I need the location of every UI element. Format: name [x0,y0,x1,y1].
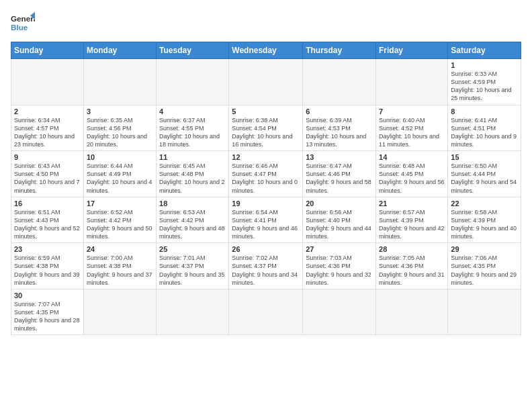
day-number: 14 [379,153,445,161]
calendar-cell: 5Sunrise: 6:38 AM Sunset: 4:54 PM Daylig… [229,105,303,151]
day-info: Sunrise: 7:02 AM Sunset: 4:37 PM Dayligh… [232,254,300,287]
weekday-header-tuesday: Tuesday [157,42,229,59]
day-number: 16 [14,199,81,208]
day-info: Sunrise: 6:57 AM Sunset: 4:39 PM Dayligh… [379,208,445,241]
day-info: Sunrise: 6:52 AM Sunset: 4:42 PM Dayligh… [87,208,153,241]
weekday-header-wednesday: Wednesday [229,42,303,59]
calendar-cell [11,59,84,105]
calendar-cell [448,289,521,335]
calendar-cell: 25Sunrise: 7:01 AM Sunset: 4:37 PM Dayli… [157,243,229,289]
day-info: Sunrise: 7:07 AM Sunset: 4:35 PM Dayligh… [14,300,81,333]
day-number: 25 [159,245,226,253]
day-info: Sunrise: 6:51 AM Sunset: 4:43 PM Dayligh… [14,208,81,241]
day-info: Sunrise: 7:05 AM Sunset: 4:36 PM Dayligh… [379,254,445,287]
calendar-cell: 4Sunrise: 6:37 AM Sunset: 4:55 PM Daylig… [157,105,229,151]
day-number: 10 [87,153,153,161]
calendar-cell: 3Sunrise: 6:35 AM Sunset: 4:56 PM Daylig… [83,105,156,151]
day-number: 11 [159,153,226,161]
calendar-cell [229,59,303,105]
calendar-cell: 15Sunrise: 6:50 AM Sunset: 4:44 PM Dayli… [448,151,521,197]
day-number: 28 [379,245,445,253]
calendar-cell: 23Sunrise: 6:59 AM Sunset: 4:38 PM Dayli… [11,243,84,289]
page: General Blue SundayMondayTuesdayWednesda… [0,0,532,411]
day-number: 22 [451,199,518,208]
calendar-cell [157,59,229,105]
calendar-cell: 28Sunrise: 7:05 AM Sunset: 4:36 PM Dayli… [376,243,448,289]
day-number: 1 [451,61,518,69]
day-info: Sunrise: 6:56 AM Sunset: 4:40 PM Dayligh… [306,208,373,241]
day-info: Sunrise: 6:38 AM Sunset: 4:54 PM Dayligh… [232,116,300,149]
day-number: 9 [14,153,81,161]
day-number: 7 [379,107,445,116]
calendar-cell [303,289,376,335]
calendar-cell: 17Sunrise: 6:52 AM Sunset: 4:42 PM Dayli… [83,197,156,243]
calendar-cell: 20Sunrise: 6:56 AM Sunset: 4:40 PM Dayli… [303,197,376,243]
day-number: 21 [379,199,445,208]
day-info: Sunrise: 6:48 AM Sunset: 4:45 PM Dayligh… [379,162,445,195]
calendar-cell: 14Sunrise: 6:48 AM Sunset: 4:45 PM Dayli… [376,151,448,197]
calendar-cell [303,59,376,105]
day-info: Sunrise: 6:40 AM Sunset: 4:52 PM Dayligh… [379,116,445,149]
day-info: Sunrise: 6:54 AM Sunset: 4:41 PM Dayligh… [232,208,300,241]
week-row-5: 30Sunrise: 7:07 AM Sunset: 4:35 PM Dayli… [11,289,521,335]
week-row-2: 9Sunrise: 6:43 AM Sunset: 4:50 PM Daylig… [11,151,521,197]
day-number: 30 [14,291,81,300]
calendar-cell [376,289,448,335]
calendar-cell: 12Sunrise: 6:46 AM Sunset: 4:47 PM Dayli… [229,151,303,197]
calendar-cell: 24Sunrise: 7:00 AM Sunset: 4:38 PM Dayli… [83,243,156,289]
calendar-cell: 2Sunrise: 6:34 AM Sunset: 4:57 PM Daylig… [11,105,84,151]
weekday-header-saturday: Saturday [448,42,521,59]
day-number: 26 [232,245,300,253]
day-number: 24 [87,245,153,253]
calendar-cell: 19Sunrise: 6:54 AM Sunset: 4:41 PM Dayli… [229,197,303,243]
calendar-cell: 27Sunrise: 7:03 AM Sunset: 4:36 PM Dayli… [303,243,376,289]
day-number: 19 [232,199,300,208]
calendar-cell: 6Sunrise: 6:39 AM Sunset: 4:53 PM Daylig… [303,105,376,151]
day-number: 8 [451,107,518,116]
week-row-4: 23Sunrise: 6:59 AM Sunset: 4:38 PM Dayli… [11,243,521,289]
weekday-header-monday: Monday [83,42,156,59]
day-number: 23 [14,245,81,253]
weekday-header-friday: Friday [376,42,448,59]
calendar-cell: 22Sunrise: 6:58 AM Sunset: 4:39 PM Dayli… [448,197,521,243]
day-info: Sunrise: 6:45 AM Sunset: 4:48 PM Dayligh… [159,162,226,195]
day-number: 20 [306,199,373,208]
calendar-cell [376,59,448,105]
day-info: Sunrise: 6:50 AM Sunset: 4:44 PM Dayligh… [451,162,518,195]
week-row-0: 1Sunrise: 6:33 AM Sunset: 4:59 PM Daylig… [11,59,521,105]
calendar-cell: 26Sunrise: 7:02 AM Sunset: 4:37 PM Dayli… [229,243,303,289]
calendar-cell: 8Sunrise: 6:41 AM Sunset: 4:51 PM Daylig… [448,105,521,151]
day-number: 29 [451,245,518,253]
day-info: Sunrise: 6:37 AM Sunset: 4:55 PM Dayligh… [159,116,226,149]
week-row-1: 2Sunrise: 6:34 AM Sunset: 4:57 PM Daylig… [11,105,521,151]
day-info: Sunrise: 6:53 AM Sunset: 4:42 PM Dayligh… [159,208,226,241]
day-info: Sunrise: 6:41 AM Sunset: 4:51 PM Dayligh… [451,116,518,149]
day-number: 5 [232,107,300,116]
day-info: Sunrise: 6:47 AM Sunset: 4:46 PM Dayligh… [306,162,373,195]
day-number: 12 [232,153,300,161]
day-number: 2 [14,107,81,116]
logo-icon: General Blue [11,11,35,35]
calendar-cell [83,59,156,105]
calendar-cell: 1Sunrise: 6:33 AM Sunset: 4:59 PM Daylig… [448,59,521,105]
calendar-cell [83,289,156,335]
weekday-header-row: SundayMondayTuesdayWednesdayThursdayFrid… [11,42,521,59]
calendar-cell: 18Sunrise: 6:53 AM Sunset: 4:42 PM Dayli… [157,197,229,243]
day-info: Sunrise: 7:00 AM Sunset: 4:38 PM Dayligh… [87,254,153,287]
calendar-cell: 16Sunrise: 6:51 AM Sunset: 4:43 PM Dayli… [11,197,84,243]
calendar-cell: 13Sunrise: 6:47 AM Sunset: 4:46 PM Dayli… [303,151,376,197]
day-number: 27 [306,245,373,253]
svg-text:Blue: Blue [11,23,28,32]
day-number: 4 [159,107,226,116]
calendar-cell: 10Sunrise: 6:44 AM Sunset: 4:49 PM Dayli… [83,151,156,197]
day-number: 15 [451,153,518,161]
day-info: Sunrise: 6:58 AM Sunset: 4:39 PM Dayligh… [451,208,518,241]
calendar: SundayMondayTuesdayWednesdayThursdayFrid… [11,42,521,335]
calendar-cell [157,289,229,335]
day-info: Sunrise: 6:43 AM Sunset: 4:50 PM Dayligh… [14,162,81,195]
day-info: Sunrise: 6:34 AM Sunset: 4:57 PM Dayligh… [14,116,81,149]
day-info: Sunrise: 6:39 AM Sunset: 4:53 PM Dayligh… [306,116,373,149]
day-info: Sunrise: 7:01 AM Sunset: 4:37 PM Dayligh… [159,254,226,287]
day-number: 6 [306,107,373,116]
calendar-cell: 30Sunrise: 7:07 AM Sunset: 4:35 PM Dayli… [11,289,84,335]
